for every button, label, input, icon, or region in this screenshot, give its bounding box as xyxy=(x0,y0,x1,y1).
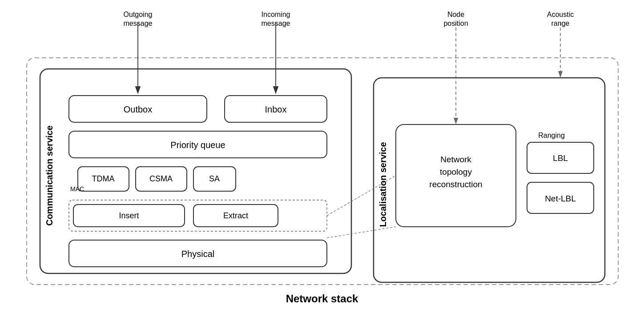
diagram-container: Network stack Communication service Outb… xyxy=(0,0,644,313)
node-position-line1: Node xyxy=(447,11,464,18)
incoming-message-line1: Incoming xyxy=(262,11,290,18)
network-stack-label: Network stack xyxy=(286,293,358,305)
network-topology-label3: reconstruction xyxy=(429,180,482,189)
network-topology-label2: topology xyxy=(440,167,472,177)
svg-rect-12 xyxy=(374,78,605,282)
localisation-service-label: Localisation service xyxy=(378,142,388,227)
lbl-label: LBL xyxy=(553,153,568,163)
outgoing-message-line2: message xyxy=(124,20,153,27)
svg-rect-1 xyxy=(40,69,351,273)
node-position-line2: position xyxy=(443,20,468,27)
tdma-label: TDMA xyxy=(92,174,115,183)
acoustic-range-line2: range xyxy=(551,20,570,27)
network-topology-label: Network xyxy=(440,155,471,164)
communication-service-label: Communication service xyxy=(44,125,54,226)
sa-label: SA xyxy=(209,174,220,183)
priority-queue-label: Priority queue xyxy=(170,140,225,150)
svg-line-21 xyxy=(327,227,396,238)
ranging-label: Ranging xyxy=(538,132,565,139)
extract-label: Extract xyxy=(223,211,248,220)
acoustic-range-line1: Acoustic xyxy=(547,11,574,18)
incoming-message-line2: message xyxy=(262,20,290,27)
outbox-label: Outbox xyxy=(124,104,152,114)
csma-label: CSMA xyxy=(149,174,173,183)
svg-rect-0 xyxy=(27,58,618,285)
net-lbl-label: Net-LBL xyxy=(545,194,576,203)
insert-label: Insert xyxy=(119,211,139,220)
outgoing-message-line1: Outgoing xyxy=(124,11,153,18)
inbox-label: Inbox xyxy=(265,104,287,114)
physical-label: Physical xyxy=(181,249,214,259)
